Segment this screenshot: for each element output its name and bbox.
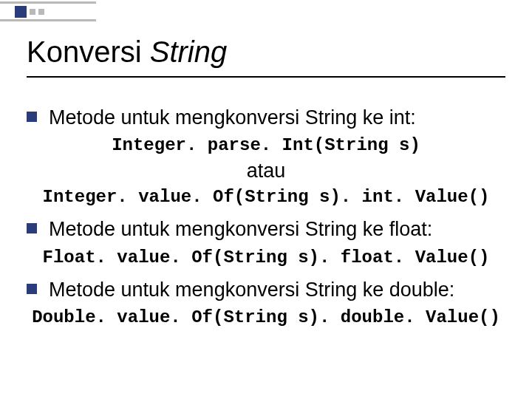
slide-title: Konversi String <box>27 35 505 78</box>
title-plain: Konversi <box>27 35 150 68</box>
square-bullet-icon <box>27 223 37 233</box>
square-bullet-icon <box>27 112 37 122</box>
code-line: Integer. value. Of(String s). int. Value… <box>27 187 505 207</box>
bullet-item: Metode untuk mengkonversi String ke floa… <box>27 216 505 242</box>
or-text: atau <box>27 160 505 183</box>
code-line: Integer. parse. Int(String s) <box>27 135 505 155</box>
bullet-item: Metode untuk mengkonversi String ke int: <box>27 104 505 131</box>
bullet-text: Metode untuk mengkonversi String ke int: <box>49 104 416 131</box>
slide-content: Konversi String Metode untuk mengkonvers… <box>0 0 532 327</box>
bullet-text: Metode untuk mengkonversi String ke floa… <box>49 216 432 242</box>
corner-decoration <box>0 0 103 27</box>
code-line: Double. value. Of(String s). double. Val… <box>27 307 505 327</box>
title-italic: String <box>150 35 228 68</box>
code-line: Float. value. Of(String s). float. Value… <box>27 248 505 267</box>
bullet-text: Metode untuk mengkonversi String ke doub… <box>49 276 454 303</box>
bullet-item: Metode untuk mengkonversi String ke doub… <box>27 276 505 303</box>
square-bullet-icon <box>27 284 37 294</box>
